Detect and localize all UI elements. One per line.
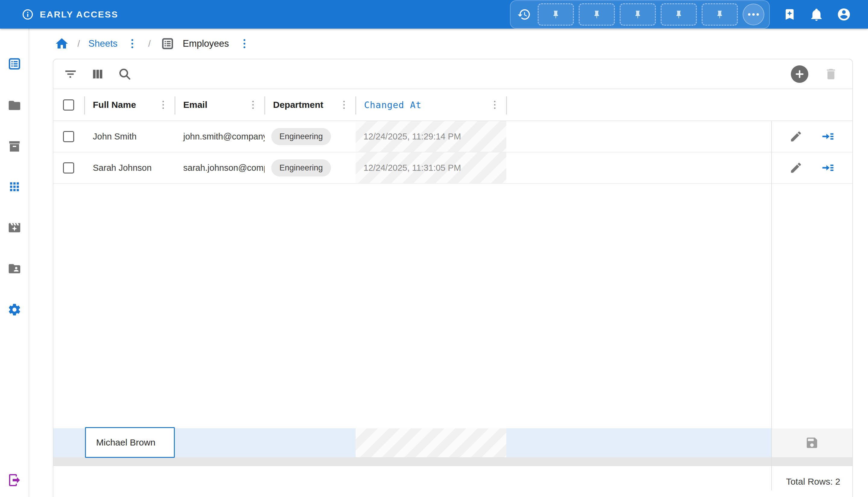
gear-icon (8, 303, 22, 316)
column-menu-icon[interactable] (161, 100, 165, 110)
columns-icon[interactable] (91, 67, 104, 81)
column-header-full-name[interactable]: Full Name (84, 89, 175, 120)
cell-email[interactable]: john.smith@company. (175, 132, 265, 142)
column-header-department[interactable]: Department (265, 89, 356, 120)
breadcrumb-link-sheets[interactable]: Sheets (88, 38, 117, 49)
cell-full-name[interactable]: Sarah Johnson (84, 163, 152, 173)
trash-icon[interactable] (824, 67, 838, 81)
sidebar-item-settings[interactable] (8, 303, 22, 316)
cell-email[interactable]: sarah.johnson@compa (175, 163, 265, 173)
archive-box-icon (8, 140, 22, 153)
column-header-email[interactable]: Email (175, 89, 265, 120)
pinned-tab-slot-3[interactable] (620, 3, 656, 26)
movie-filter-icon (8, 221, 22, 235)
table-kebab-menu-icon[interactable] (242, 38, 247, 49)
table-row[interactable]: John Smith john.smith@company. Engineeri… (53, 121, 852, 153)
new-row[interactable]: Michael Brown (53, 428, 852, 457)
department-chip[interactable]: Engineering (271, 128, 331, 145)
breadcrumb-separator: / (78, 39, 80, 49)
total-rows-label: Total Rows: 2 (786, 477, 840, 487)
grid-body: John Smith john.smith@company. Engineeri… (53, 121, 852, 465)
account-circle-icon[interactable] (837, 7, 851, 22)
bookmark-star-icon[interactable] (783, 8, 796, 21)
pinned-tabs-container (510, 0, 770, 29)
edit-row-button[interactable] (789, 161, 802, 174)
left-sidebar (0, 29, 29, 497)
breadcrumb: / Sheets / Employees (29, 29, 868, 59)
sidebar-item-archive[interactable] (8, 140, 22, 153)
horizontal-scrollbar[interactable] (53, 457, 852, 465)
search-icon[interactable] (118, 67, 132, 81)
save-row-button[interactable] (805, 436, 819, 450)
early-access-badge: EARLY ACCESS (22, 9, 118, 20)
cell-changed-at: 12/24/2025, 11:31:05 PM (356, 163, 461, 173)
breadcrumb-current-table: Employees (183, 38, 229, 49)
pinned-tab-slot-5[interactable] (702, 3, 738, 26)
column-header-changed-at[interactable]: Changed At (356, 89, 506, 120)
top-app-bar: EARLY ACCESS (0, 0, 868, 29)
grid-footer: Total Rows: 2 (53, 465, 852, 497)
sheets-kebab-menu-icon[interactable] (130, 38, 135, 49)
home-icon[interactable] (55, 37, 69, 51)
cell-changed-at: 12/24/2025, 11:29:14 PM (356, 132, 461, 142)
folder-icon (8, 99, 22, 112)
grid-empty-area (53, 184, 852, 428)
grid-toolbar (53, 59, 852, 88)
info-circle-icon (22, 9, 34, 20)
department-chip[interactable]: Engineering (271, 159, 331, 176)
sidebar-item-folders[interactable] (8, 99, 22, 112)
sidebar-item-apps[interactable] (8, 180, 22, 194)
pinned-tab-slot-2[interactable] (579, 3, 615, 26)
row-checkbox[interactable] (63, 131, 74, 142)
early-access-label: EARLY ACCESS (40, 9, 118, 19)
sidebar-item-media[interactable] (8, 221, 22, 235)
filter-icon[interactable] (64, 67, 78, 81)
column-menu-icon[interactable] (493, 100, 497, 110)
apps-grid-icon (8, 180, 21, 194)
sidebar-item-sheets[interactable] (8, 57, 22, 71)
new-row-full-name-input[interactable]: Michael Brown (85, 427, 175, 458)
pinned-tab-slot-4[interactable] (661, 3, 697, 26)
select-all-checkbox[interactable] (63, 99, 74, 111)
sidebar-item-logout[interactable] (8, 473, 22, 487)
edit-row-button[interactable] (789, 130, 802, 143)
pinned-tab-slot-1[interactable] (538, 3, 574, 26)
row-checkbox[interactable] (63, 162, 74, 173)
actions-column-divider (771, 121, 772, 491)
cell-full-name[interactable]: John Smith (84, 132, 137, 142)
history-icon[interactable] (517, 8, 531, 22)
folder-account-icon (8, 262, 22, 275)
ellipsis-icon[interactable] (743, 4, 764, 25)
sheet-list-icon (161, 37, 174, 50)
logout-icon (7, 473, 22, 487)
data-grid-card: Full Name Email Department Changed At Jo… (53, 59, 853, 497)
expand-row-button[interactable] (821, 130, 835, 143)
column-menu-icon[interactable] (342, 100, 346, 110)
breadcrumb-separator: / (148, 39, 151, 49)
expand-row-button[interactable] (821, 161, 835, 174)
table-row[interactable]: Sarah Johnson sarah.johnson@compa Engine… (53, 153, 852, 184)
grid-header-row: Full Name Email Department Changed At (53, 88, 852, 121)
actions-header (771, 89, 852, 120)
bell-icon[interactable] (810, 8, 823, 22)
sheet-list-icon (8, 57, 22, 71)
add-row-button[interactable] (791, 65, 808, 83)
column-menu-icon[interactable] (251, 100, 255, 110)
sidebar-item-shared[interactable] (8, 262, 22, 275)
